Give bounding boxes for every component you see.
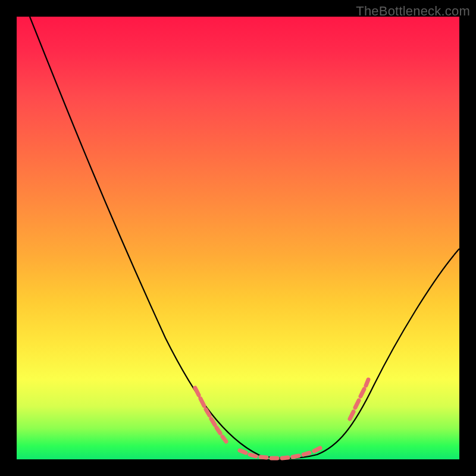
- chart-stage: TheBottleneck.com: [0, 0, 476, 476]
- bottleneck-curve-svg: [17, 17, 459, 459]
- highlight-points: [195, 380, 368, 458]
- watermark-text: TheBottleneck.com: [356, 4, 470, 19]
- plot-area: [17, 17, 459, 459]
- bottleneck-curve: [30, 17, 459, 458]
